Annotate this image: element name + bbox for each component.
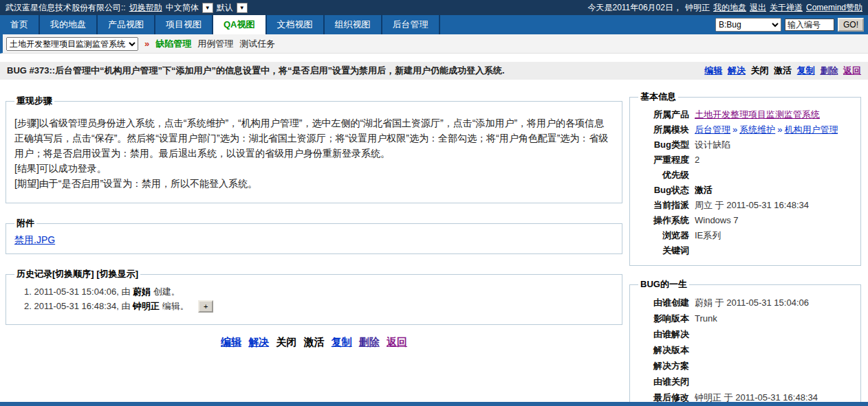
bug-title-bar: BUG #373::后台管理中“机构用户管理”下“添加用户”的信息设置中，将“是… [0, 62, 868, 80]
field-label-bug-status: Bug状态 [638, 183, 689, 198]
subnav-item-case-management[interactable]: 用例管理 [197, 38, 233, 50]
tab-admin[interactable]: 后台管理 [382, 15, 440, 34]
bottom-action-edit[interactable]: 编辑 [221, 336, 241, 348]
bug-title: BUG #373::后台管理中“机构用户管理”下“添加用户”的信息设置中，将“是… [7, 65, 695, 77]
module-link-org-user-mgmt[interactable]: 机构用户管理 [784, 124, 838, 135]
bottom-action-copy[interactable]: 复制 [332, 336, 352, 348]
bug-life-legend: BUG的一生 [638, 278, 689, 291]
module-separator: » [733, 124, 737, 135]
switch-help-link[interactable]: 切换帮助 [129, 2, 162, 14]
repro-steps-section: 重现步骤 [步骤]以省级管理员身份进入系统，点击“系统维护”，“机构用户管理”，… [6, 95, 622, 203]
subnav-item-bug-management[interactable]: 缺陷管理 [155, 38, 191, 50]
topbar-link-sponsor[interactable]: Comemind赞助 [806, 2, 862, 14]
topbar-link-my-dashboard[interactable]: 我的地盘 [713, 2, 746, 14]
title-action-edit[interactable]: 编辑 [704, 65, 722, 76]
history-entry-user: 蔚娟 [133, 286, 151, 297]
tab-my-dashboard[interactable]: 我的地盘 [40, 15, 98, 34]
language-dropdown-button[interactable]: ▼ [202, 3, 213, 13]
tab-qa-view[interactable]: QA视图 [213, 15, 267, 34]
tab-project-view[interactable]: 项目视图 [155, 15, 213, 34]
tab-home[interactable]: 首页 [0, 15, 40, 34]
field-label-last-modified: 最后修改 [638, 390, 689, 402]
field-label-resolved-version: 解决版本 [638, 342, 689, 358]
tab-product-view[interactable]: 产品视图 [98, 15, 155, 34]
tab-org-view[interactable]: 组织视图 [325, 15, 382, 34]
today-date-text: 今天是2011年06月02日， [587, 2, 682, 14]
side-column: 基本信息 所属产品 土地开发整理项目监测监管系统 所属模块 后台管理»系统维护»… [629, 84, 861, 402]
field-value-os: Windows 7 [695, 213, 739, 228]
topbar-link-logout[interactable]: 退出 [750, 2, 766, 14]
content-area: 重现步骤 [步骤]以省级管理员身份进入系统，点击“系统维护”，“机构用户管理”，… [0, 80, 868, 402]
field-label-priority: 优先级 [638, 168, 689, 183]
field-label-closed-by: 由谁关闭 [638, 374, 689, 390]
repro-steps-line: [步骤]以省级管理员身份进入系统，点击“系统维护”，“机构用户管理”，选中左侧的… [14, 115, 614, 161]
history-section: 历史记录[切换顺序] [切换显示] 1. 2011-05-31 15:04:06… [6, 268, 622, 325]
bottom-action-delete[interactable]: 删除 [359, 336, 380, 348]
theme-label: 默认 [217, 2, 233, 14]
field-value-assigned-to: 周立 于 2011-05-31 16:48:34 [695, 198, 809, 213]
field-label-assigned-to: 当前指派 [638, 198, 689, 213]
subnav: 土地开发整理项目监测监管系统 » 缺陷管理 用例管理 测试任务 [0, 34, 868, 54]
history-legend-title: 历史记录 [17, 269, 52, 279]
module-link-sys-maintenance[interactable]: 系统维护 [739, 124, 775, 135]
field-label-resolution: 解决方案 [638, 358, 689, 374]
page-bottom-border [0, 402, 868, 406]
topbar-link-about-zentao[interactable]: 关于禅道 [770, 2, 803, 14]
field-value-created-by: 蔚娟 于 2011-05-31 15:04:06 [695, 295, 809, 311]
module-separator: » [777, 124, 782, 135]
history-entry-action: 编辑。 [162, 301, 189, 311]
attachment-legend: 附件 [14, 217, 36, 229]
dropdown-arrow-icon: ▼ [205, 5, 210, 11]
subnav-item-test-tasks[interactable]: 测试任务 [239, 38, 275, 50]
main-column: 重现步骤 [步骤]以省级管理员身份进入系统，点击“系统维护”，“机构用户管理”，… [6, 84, 622, 402]
theme-dropdown-button[interactable]: ▼ [237, 3, 248, 13]
history-toggle-display[interactable]: [切换显示] [96, 269, 138, 279]
title-action-copy[interactable]: 复制 [797, 65, 815, 76]
main-navbar: 首页 我的地盘 产品视图 项目视图 QA视图 文档视图 组织视图 后台管理 B:… [0, 15, 868, 34]
field-label-keywords: 关键词 [638, 243, 689, 258]
title-action-close[interactable]: 关闭 [751, 65, 769, 76]
field-label-affected-version: 影响版本 [638, 311, 689, 326]
history-toggle-order[interactable]: [切换顺序] [52, 269, 94, 279]
field-value-bug-status: 激活 [695, 183, 713, 198]
history-legend: 历史记录[切换顺序] [切换显示] [14, 268, 140, 280]
field-label-product: 所属产品 [638, 107, 689, 122]
repro-result-line: [结果]可以成功登录。 [14, 161, 614, 176]
bottom-action-back[interactable]: 返回 [387, 336, 407, 348]
basic-info-legend: 基本信息 [638, 91, 678, 103]
repro-expect-line: [期望]由于“是否启用”设置为：禁用，所以不能登入系统。 [14, 176, 614, 191]
title-action-activate[interactable]: 激活 [774, 65, 792, 76]
field-label-severity: 严重程度 [638, 153, 689, 168]
current-user-name: 钟明正 [685, 2, 710, 14]
history-entry-number: 1. [24, 286, 32, 297]
language-label: 中文简体 [166, 2, 199, 14]
field-label-browser: 浏览器 [638, 228, 689, 243]
history-entry-time: 2011-05-31 15:04:06, 由 [34, 286, 130, 297]
field-value-severity: 2 [695, 153, 699, 168]
history-expand-button[interactable]: + [198, 300, 213, 313]
company-name: 武汉蓝星信息技术股份有限公司:: [6, 2, 126, 14]
bottom-actions: 编辑 解决 关闭 激活 复制 删除 返回 [6, 336, 622, 349]
attachment-file-link[interactable]: 禁用.JPG [14, 234, 55, 245]
bug-life-section: BUG的一生 由谁创建蔚娟 于 2011-05-31 15:04:06 影响版本… [629, 278, 861, 402]
attachment-section: 附件 禁用.JPG [6, 217, 622, 254]
title-action-delete[interactable]: 删除 [820, 65, 838, 76]
title-action-back[interactable]: 返回 [843, 65, 861, 76]
module-link-admin[interactable]: 后台管理 [695, 124, 730, 135]
bottom-action-activate[interactable]: 激活 [304, 336, 325, 348]
tab-doc-view[interactable]: 文档视图 [267, 15, 325, 34]
repro-steps-legend: 重现步骤 [14, 95, 54, 107]
title-actions: 编辑 解决 关闭 激活 复制 删除 返回 [702, 65, 861, 77]
product-link[interactable]: 土地开发整理项目监测监管系统 [695, 109, 820, 120]
bottom-action-close[interactable]: 关闭 [276, 336, 296, 348]
go-button[interactable]: GO! [838, 18, 864, 32]
product-select[interactable]: 土地开发整理项目监测监管系统 [6, 37, 138, 51]
history-entry-user: 钟明正 [133, 301, 160, 311]
bug-id-input[interactable] [785, 19, 834, 31]
title-action-resolve[interactable]: 解决 [728, 65, 746, 76]
breadcrumb-arrow-icon: » [144, 38, 149, 49]
field-label-os: 操作系统 [638, 213, 689, 228]
bottom-action-resolve[interactable]: 解决 [248, 336, 269, 348]
search-type-select[interactable]: B:Bug [715, 18, 781, 32]
field-value-last-modified: 钟明正 于 2011-05-31 16:48:34 [695, 390, 818, 402]
